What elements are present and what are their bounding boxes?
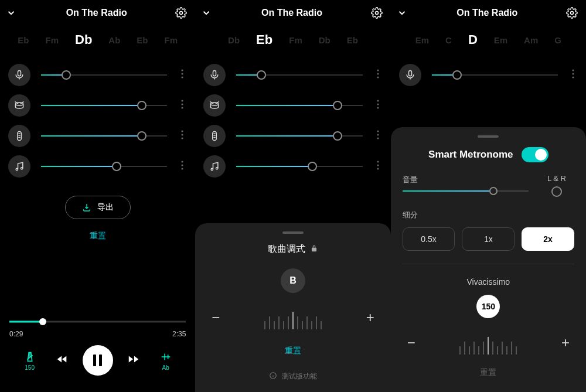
svg-rect-9	[18, 132, 22, 141]
bass-volume-slider[interactable]	[41, 129, 167, 143]
svg-point-17	[182, 168, 183, 169]
progress-slider[interactable]	[9, 316, 186, 328]
other-volume-slider[interactable]	[236, 159, 362, 173]
chord-strip[interactable]: EmCDEmAmG	[391, 26, 586, 54]
sheet-reset-link[interactable]: 重置	[207, 346, 379, 356]
bass-icon[interactable]	[8, 125, 30, 147]
chevron-down-icon[interactable]	[201, 8, 213, 18]
mic-volume-slider[interactable]	[236, 68, 362, 82]
chord-item[interactable]: Fm	[165, 35, 178, 45]
other-icon[interactable]	[203, 155, 226, 178]
svg-point-15	[182, 161, 183, 162]
bpm-minus-button[interactable]: −	[403, 334, 420, 352]
export-button[interactable]: 导出	[65, 196, 131, 219]
chord-strip[interactable]: DbEbFmDbEb	[195, 26, 390, 54]
metronome-button[interactable]: 150	[18, 350, 42, 371]
track-more-button[interactable]	[370, 161, 386, 173]
track-row-other	[195, 151, 390, 182]
chord-item[interactable]: G	[554, 35, 561, 45]
subdiv-option[interactable]: 1x	[462, 227, 515, 251]
gear-icon[interactable]	[175, 7, 187, 19]
bpm-badge: 150	[476, 295, 500, 318]
chord-item[interactable]: Db	[75, 32, 92, 47]
forward-button[interactable]	[127, 353, 140, 368]
track-more-button[interactable]	[370, 130, 386, 142]
sheet-handle[interactable]	[478, 135, 499, 138]
key-label: Ab	[162, 364, 169, 371]
bpm-plus-button[interactable]: +	[557, 334, 574, 352]
track-more-button[interactable]	[370, 100, 386, 112]
chord-item[interactable]: C	[445, 35, 452, 45]
mic-icon[interactable]	[203, 64, 226, 86]
sheet-handle[interactable]	[282, 231, 304, 234]
track-more-button[interactable]	[174, 130, 190, 142]
track-more-button[interactable]	[565, 69, 581, 81]
rewind-button[interactable]	[56, 353, 69, 368]
track-more-button[interactable]	[370, 69, 386, 81]
drum-volume-slider[interactable]	[236, 98, 362, 113]
mic-volume-slider[interactable]	[432, 68, 558, 82]
chord-item[interactable]: Fm	[289, 35, 302, 45]
bass-icon[interactable]	[203, 125, 226, 147]
key-minus-button[interactable]: −	[207, 309, 224, 326]
gear-icon[interactable]	[371, 7, 383, 19]
chord-item[interactable]: Eb	[256, 32, 272, 47]
svg-point-7	[182, 103, 183, 105]
svg-point-32	[216, 168, 218, 169]
track-more-button[interactable]	[174, 69, 190, 81]
key-button[interactable]: Ab	[154, 350, 178, 371]
info-icon[interactable]	[269, 371, 277, 381]
drum-icon[interactable]	[8, 94, 30, 117]
chord-item[interactable]: Eb	[18, 35, 29, 45]
other-volume-slider[interactable]	[41, 159, 167, 173]
svg-point-40	[572, 73, 574, 74]
bass-volume-slider[interactable]	[236, 129, 362, 143]
sheet-footer-text: 测试版功能	[282, 371, 317, 381]
volume-slider[interactable]	[403, 185, 529, 197]
chord-item[interactable]: Db	[228, 35, 240, 45]
pause-button[interactable]	[83, 345, 113, 376]
mic-icon[interactable]	[8, 64, 30, 86]
topbar: On The Radio	[0, 0, 195, 26]
mic-icon[interactable]	[399, 64, 421, 86]
track-more-button[interactable]	[174, 100, 190, 112]
drum-icon[interactable]	[203, 94, 226, 117]
chord-item[interactable]: Ab	[108, 35, 120, 45]
subdiv-label: 细分	[403, 210, 574, 220]
track-row-bass	[0, 121, 195, 151]
mic-volume-slider[interactable]	[41, 68, 167, 82]
track-row-mic	[0, 60, 195, 90]
chord-item[interactable]: Em	[494, 35, 507, 45]
metronome-toggle[interactable]	[522, 147, 548, 162]
subdiv-option[interactable]: 0.5x	[403, 227, 455, 251]
chevron-down-icon[interactable]	[6, 8, 18, 18]
svg-point-2	[182, 69, 183, 71]
key-sheet: 歌曲调式 B − + 重置 测试版功能	[195, 223, 390, 392]
drum-volume-slider[interactable]	[41, 98, 167, 113]
subdiv-option[interactable]: 2x	[522, 227, 574, 251]
tempo-name: Vivacissimo	[403, 277, 574, 287]
metronome-reset[interactable]: 重置	[403, 367, 574, 378]
gear-icon[interactable]	[566, 7, 578, 19]
chevron-down-icon[interactable]	[397, 8, 408, 18]
metronome-sheet: Smart Metronome 音量 L & R 细分 0.5x1x2x Viv…	[391, 127, 586, 392]
pane-key-sheet: On The Radio DbEbFmDbEb 歌曲调式 B − + 重置 测试…	[195, 0, 390, 392]
key-ticks[interactable]	[264, 306, 322, 329]
chord-item[interactable]: Am	[524, 35, 538, 45]
chord-item[interactable]: D	[468, 32, 478, 47]
chord-item[interactable]: Em	[415, 35, 429, 45]
chord-item[interactable]: Db	[319, 35, 331, 45]
svg-point-4	[182, 76, 183, 78]
lr-balance-knob[interactable]	[551, 186, 562, 197]
chord-strip[interactable]: EbFmDbAbEbFm	[0, 26, 195, 54]
svg-rect-38	[408, 71, 411, 76]
song-title: On The Radio	[18, 8, 175, 18]
other-icon[interactable]	[8, 155, 30, 178]
track-more-button[interactable]	[174, 161, 190, 173]
key-plus-button[interactable]: +	[362, 309, 379, 326]
chord-item[interactable]: Eb	[347, 35, 358, 45]
chord-item[interactable]: Eb	[137, 35, 148, 45]
chord-item[interactable]: Fm	[46, 35, 59, 45]
reset-link[interactable]: 重置	[0, 231, 195, 241]
bpm-ticks[interactable]	[459, 331, 517, 354]
